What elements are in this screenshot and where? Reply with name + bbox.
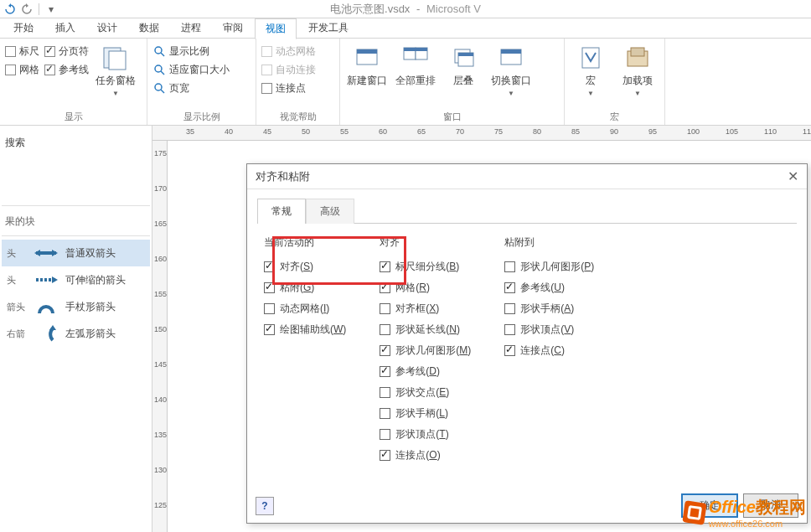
dialog-checkbox[interactable]: 形状几何图形(M) [380, 343, 471, 358]
window-button[interactable]: 切换窗口▼ [489, 42, 533, 99]
label: 任务窗格 [96, 74, 136, 88]
dialog-checkbox[interactable]: 形状延长线(N) [380, 323, 471, 337]
dialog-checkbox[interactable]: 网格(R) [380, 281, 471, 295]
svg-rect-1 [109, 51, 126, 70]
dialog-checkbox[interactable]: 形状几何图形(P) [504, 260, 594, 274]
window-button[interactable]: 全部重排 [394, 42, 437, 90]
label: 常规 [271, 205, 292, 217]
window-button[interactable]: 新建窗口 [345, 42, 389, 90]
menu-tab-6[interactable]: 视图 [255, 18, 297, 39]
menu-tab-5[interactable]: 审阅 [213, 18, 253, 38]
group-label: 宏 [565, 111, 664, 123]
dialog-checkbox[interactable]: 形状顶点(V) [504, 323, 594, 337]
office-logo-icon [682, 500, 706, 524]
menu-tab-4[interactable]: 进程 [171, 18, 211, 38]
dialog-checkbox[interactable]: 动态网格(I) [264, 302, 346, 316]
group-label: 显示 [0, 111, 147, 123]
svg-rect-18 [501, 49, 521, 54]
zoom-icon[interactable]: 显示比例 [152, 42, 251, 60]
document-title: 电池示意图.vsdx - Microsoft V [330, 2, 481, 17]
label: 标尺 [19, 44, 39, 59]
dialog-checkbox[interactable]: 连接点(O) [380, 448, 471, 462]
redo-icon[interactable] [20, 3, 34, 16]
shape-item[interactable]: 箭头手杖形箭头 [2, 293, 150, 320]
menu-tab-7[interactable]: 开发工具 [298, 18, 359, 38]
dialog-titlebar: 对齐和粘附 ✕ [247, 164, 807, 189]
svg-point-4 [155, 65, 162, 72]
label: 教程网 [756, 498, 806, 516]
dialog-checkbox[interactable]: 形状交点(E) [380, 385, 471, 400]
group-label: 显示比例 [147, 111, 256, 123]
menu-tab-3[interactable]: 数据 [129, 18, 169, 38]
dialog-checkbox[interactable]: 形状手柄(L) [380, 406, 471, 421]
quick-access-toolbar: ▾ [3, 3, 58, 16]
va-checkbox[interactable]: 连接点 [261, 79, 334, 97]
url: www.office26.com [709, 519, 806, 529]
chevron-down-icon: ▼ [112, 90, 119, 97]
dialog-checkbox[interactable]: 形状手柄(A) [504, 302, 594, 316]
macro-button[interactable]: 宏▼ [570, 42, 612, 99]
ribbon-group-window: 新建窗口全部重排层叠切换窗口▼ 窗口 [340, 39, 565, 125]
fit-window-icon[interactable]: 适应窗口大小 [152, 60, 251, 79]
ribbon-group-zoom: 显示比例适应窗口大小页宽 显示比例 [147, 39, 256, 125]
dialog-checkbox[interactable]: 标尺细分线(B) [380, 260, 471, 274]
menu-tab-1[interactable]: 插入 [45, 18, 85, 38]
dialog-tabs: 常规 高级 [247, 189, 807, 223]
vertical-ruler: 175170165160155150145140135130125 [152, 141, 168, 532]
label: 分页符 [59, 44, 89, 59]
label: 高级 [320, 205, 340, 217]
page-width-icon[interactable]: 页宽 [152, 79, 251, 97]
dialog-body: 当前活动的对齐(S)粘附(G)动态网格(I)绘图辅助线(W) 对齐标尺细分线(B… [247, 224, 807, 474]
menu-tab-0[interactable]: 开始 [3, 18, 44, 38]
filename: 电池示意图.vsdx [330, 3, 410, 15]
ribbon-group-visual-aids: 动态网格自动连接连接点 视觉帮助 [256, 39, 340, 125]
svg-point-2 [155, 47, 162, 54]
undo-icon[interactable] [3, 3, 17, 16]
section-label: 果的块 [2, 211, 150, 232]
ribbon-group-show: 标尺 网格 分页符 参考线 任务窗格 ▼ 显示 [0, 39, 147, 125]
dialog-checkbox[interactable]: 连接点(C) [504, 343, 594, 358]
help-button[interactable]: ? [256, 497, 274, 515]
grid-checkbox[interactable]: 网格 [5, 60, 39, 79]
tab-general[interactable]: 常规 [257, 199, 306, 224]
svg-rect-16 [458, 53, 473, 56]
svg-line-5 [161, 71, 164, 75]
shape-item[interactable]: 头可伸缩的箭头 [2, 266, 150, 293]
page-breaks-checkbox[interactable]: 分页符 [44, 42, 89, 60]
ribbon: 标尺 网格 分页符 参考线 任务窗格 ▼ 显示 显示比例适应窗口大小页宽 显示比… [0, 39, 811, 126]
dialog-checkbox[interactable]: 粘附(G) [264, 281, 346, 295]
svg-rect-19 [582, 48, 599, 68]
dialog-checkbox[interactable]: 对齐(S) [264, 260, 346, 274]
task-panes-icon [101, 44, 130, 72]
label: 网格 [19, 63, 39, 77]
svg-rect-9 [357, 49, 377, 54]
label: 参考线 [59, 63, 89, 77]
ruler-checkbox[interactable]: 标尺 [5, 42, 39, 60]
dialog-checkbox[interactable]: 绘图辅助线(W) [264, 323, 346, 337]
task-panes-button[interactable]: 任务窗格 ▼ [94, 42, 137, 99]
column-glue: 粘附到形状几何图形(P)参考线(U)形状手柄(A)形状顶点(V)连接点(C) [504, 235, 594, 462]
horizontal-ruler: 35404550556065707580859095100105110115 [152, 126, 811, 141]
dialog-title: 对齐和粘附 [256, 169, 310, 184]
svg-rect-21 [631, 48, 644, 56]
window-button[interactable]: 层叠 [442, 42, 484, 90]
customize-qa-icon[interactable]: ▾ [44, 3, 58, 16]
guides-checkbox[interactable]: 参考线 [44, 60, 89, 79]
dialog-checkbox[interactable]: 对齐框(X) [380, 302, 471, 316]
shape-item[interactable]: 右箭左弧形箭头 [2, 320, 150, 347]
search-label[interactable]: 搜索 [2, 131, 150, 155]
tab-advanced[interactable]: 高级 [306, 199, 354, 224]
dialog-checkbox[interactable]: 参考线(D) [380, 364, 471, 379]
ribbon-tabs: 开始插入设计数据进程审阅视图开发工具 [0, 18, 811, 39]
dialog-checkbox[interactable]: 形状顶点(T) [380, 427, 471, 442]
shape-item[interactable]: 头普通双箭头 [2, 240, 150, 266]
group-label: 视觉帮助 [256, 111, 339, 123]
column-snap: 对齐标尺细分线(B)网格(R)对齐框(X)形状延长线(N)形状几何图形(M)参考… [380, 235, 471, 462]
menu-tab-2[interactable]: 设计 [87, 18, 127, 38]
app-name: Microsoft V [426, 3, 481, 15]
macro-button[interactable]: 加载项▼ [617, 42, 659, 99]
close-icon[interactable]: ✕ [788, 168, 798, 184]
snap-glue-dialog: 对齐和粘附 ✕ 常规 高级 当前活动的对齐(S)粘附(G)动态网格(I)绘图辅助… [246, 163, 808, 524]
group-label: 窗口 [340, 111, 564, 123]
dialog-checkbox[interactable]: 参考线(U) [504, 281, 594, 295]
